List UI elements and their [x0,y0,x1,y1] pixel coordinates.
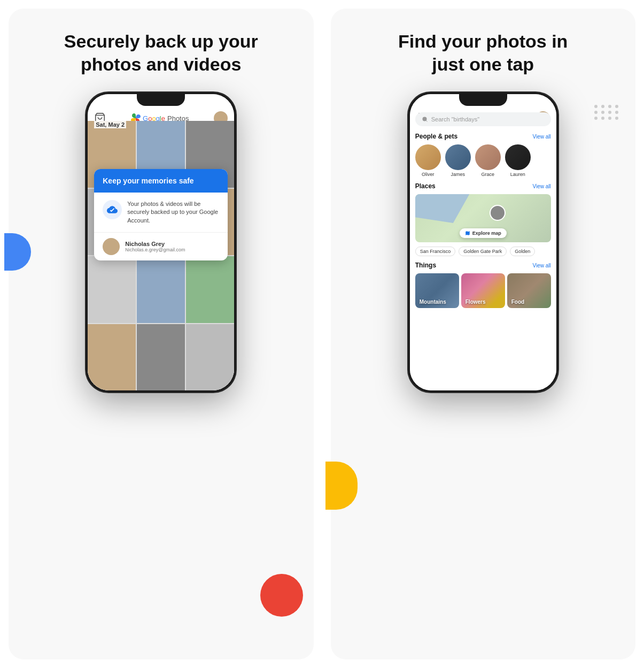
phone-2-notch [459,94,507,106]
user-avatar-card [103,238,120,255]
deco-red-shape [260,574,303,617]
card-body: Your photos & videos will be securely ba… [94,193,228,233]
person-name-oliver: Oliver [422,172,434,177]
avatar-oliver [415,144,441,170]
things-view-all[interactable]: View all [532,263,550,268]
search-bar[interactable]: Search "birthdays" [415,112,551,126]
deco-blue-shape [4,233,31,271]
phone-1-notch [137,94,185,106]
thing-flowers[interactable]: Flowers [461,273,505,308]
screen2-content: Search "birthdays" People & pets View al… [410,109,556,390]
person-lauren[interactable]: Lauren [505,144,531,177]
places-section-header: Places View all [410,179,556,192]
phone-1: Google Photos Sat, May 2 [86,93,236,392]
explore-map-text: Explore map [472,231,501,236]
screen-2: Google Photos Search "birthdays" [410,94,556,390]
person-james[interactable]: James [445,144,471,177]
people-row: Oliver James Grace Lauren [410,142,556,179]
person-name-grace: Grace [481,172,494,177]
photo-cell [186,256,234,323]
things-section-header: Things View all [410,258,556,271]
search-placeholder: Search "birthdays" [431,116,479,122]
person-name-james: James [451,172,465,177]
svg-point-2 [422,117,426,121]
map-container[interactable]: Explore map [415,194,551,242]
photo-cell [186,324,234,391]
thing-food[interactable]: Food [507,273,551,308]
chip-san-francisco[interactable]: San Francisco [415,247,456,256]
avatar-lauren [505,144,531,170]
places-view-all[interactable]: View all [532,183,550,189]
places-chips: San Francisco Golden Gate Park Golden [410,244,556,258]
user-name: Nicholas Grey [125,241,185,247]
cloud-icon-wrap [103,200,122,219]
phone-1-inner: Google Photos Sat, May 2 [88,94,234,390]
memories-card: Keep your memories safe Your photos & vi… [94,169,228,260]
things-section-title: Things [415,262,436,269]
person-grace[interactable]: Grace [475,144,501,177]
search-icon [422,116,428,122]
person-oliver[interactable]: Oliver [415,144,441,177]
things-grid: Mountains Flowers Food [410,271,556,310]
avatar-grace [475,144,501,170]
people-section-header: People & pets View all [410,129,556,142]
user-email: Nicholas.e.grey@gmail.com [125,247,185,252]
people-view-all[interactable]: View all [532,134,550,140]
deco-dots [594,105,619,120]
card-header-text: Keep your memories safe [103,176,219,185]
date-label-1: Sat, May 2 [94,121,126,128]
panel-2: Find your photos in just one tap [331,9,636,659]
user-info: Nicholas Grey Nicholas.e.grey@gmail.com [125,241,185,252]
photo-cell [88,324,136,391]
dots-grid [594,105,619,120]
card-body-text: Your photos & videos will be securely ba… [127,200,219,225]
phone-2-inner: Google Photos Search "birthdays" [410,94,556,390]
chip-golden-gate[interactable]: Golden Gate Park [459,247,507,256]
photo-cell [137,256,185,323]
card-blue-header: Keep your memories safe [94,169,228,193]
map-icon [465,231,470,236]
people-section-title: People & pets [415,133,457,140]
cloud-check-icon [107,204,118,215]
screen-1: Google Photos Sat, May 2 [88,94,234,390]
person-name-lauren: Lauren [510,172,525,177]
explore-map-button[interactable]: Explore map [460,228,507,238]
panel-2-title: Find your photos in just one tap [382,30,585,75]
panel-1: Securely back up your photos and videos [9,9,314,659]
places-section-title: Places [415,182,436,190]
card-user-section: Nicholas Grey Nicholas.e.grey@gmail.com [94,233,228,260]
photo-cell [88,256,136,323]
thing-label-flowers: Flowers [465,299,486,305]
panel-1-title: Securely back up your photos and videos [59,30,262,75]
thing-mountains[interactable]: Mountains [415,273,459,308]
thing-label-food: Food [511,299,524,305]
avatar-james [445,144,471,170]
photo-cell [137,324,185,391]
chip-golden[interactable]: Golden [510,247,535,256]
deco-yellow-shape [325,462,358,510]
phone-2: Google Photos Search "birthdays" [408,93,558,392]
thing-label-mountains: Mountains [420,299,446,305]
